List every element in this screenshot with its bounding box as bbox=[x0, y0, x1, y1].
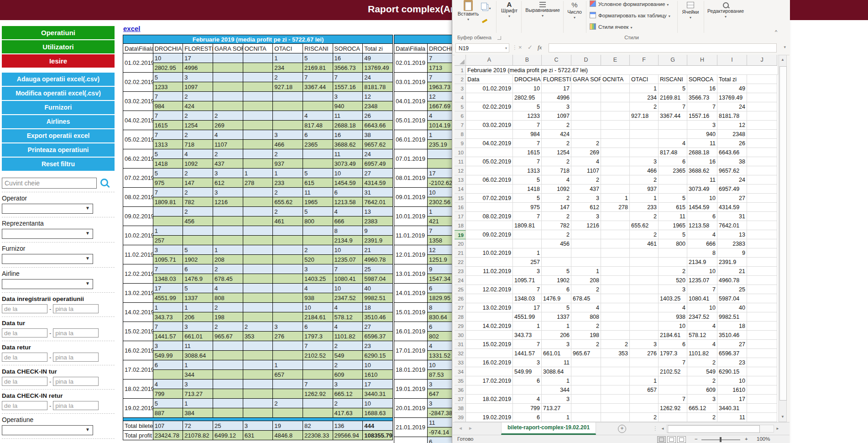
alignment-group-button[interactable]: Выравнивание ▾ bbox=[523, 1, 562, 18]
excel-cell[interactable]: 27 bbox=[717, 340, 747, 349]
excel-cell[interactable]: 16.02.2019 bbox=[466, 358, 513, 367]
excel-cell[interactable] bbox=[601, 312, 630, 322]
excel-cell[interactable]: 208 bbox=[571, 276, 601, 285]
excel-cell[interactable] bbox=[659, 121, 687, 130]
date-to-input[interactable] bbox=[53, 304, 99, 313]
excel-cell[interactable]: 7 bbox=[687, 285, 717, 294]
excel-cell[interactable]: 5 bbox=[513, 175, 542, 185]
excel-cell[interactable]: 808 bbox=[571, 312, 601, 322]
reset-filtru-button[interactable]: Reset filtru bbox=[2, 158, 115, 171]
editing-group-button[interactable]: Редактирование ▾ bbox=[705, 1, 747, 19]
excel-cell[interactable]: 6290.15 bbox=[717, 367, 747, 376]
excel-cell[interactable]: RISCANI bbox=[659, 75, 687, 84]
excel-cell[interactable]: 2 bbox=[630, 413, 659, 422]
excel-cell[interactable]: 2 bbox=[571, 340, 601, 349]
excel-row-header[interactable]: 16 bbox=[455, 203, 466, 212]
excel-cell[interactable]: 661.01 bbox=[542, 349, 571, 358]
excel-cell[interactable]: 1233 bbox=[513, 111, 542, 121]
excel-cell[interactable]: 16 bbox=[687, 157, 717, 166]
excel-cell[interactable]: 9982.51 bbox=[717, 312, 747, 322]
excel-row-header[interactable]: 4 bbox=[455, 93, 466, 102]
excel-cell[interactable]: 8 bbox=[687, 248, 717, 258]
excel-cell[interactable]: 38 bbox=[717, 157, 747, 166]
airline-select[interactable]: ▼ bbox=[2, 279, 93, 289]
excel-cell[interactable] bbox=[747, 276, 777, 285]
excel-row-header[interactable]: 27 bbox=[455, 303, 466, 312]
excel-cell[interactable]: 2 bbox=[571, 322, 601, 331]
excel-cell[interactable]: 18 bbox=[717, 322, 747, 331]
excel-cell[interactable]: 19.02.2019 bbox=[466, 413, 513, 422]
excel-column-header[interactable]: F bbox=[630, 55, 659, 66]
excel-cell[interactable] bbox=[630, 331, 659, 340]
excel-cell[interactable]: 799 bbox=[513, 404, 542, 413]
excel-cell[interactable] bbox=[601, 267, 630, 276]
excel-cell[interactable]: 2348 bbox=[717, 130, 747, 139]
excel-cell[interactable] bbox=[601, 175, 630, 185]
reprezentanta-select[interactable]: ▼ bbox=[2, 229, 93, 239]
collapse-ribbon-icon[interactable]: ^ bbox=[775, 29, 777, 35]
excel-cell[interactable]: 3 bbox=[571, 194, 601, 203]
excel-cell[interactable]: 1 bbox=[542, 376, 571, 385]
excel-cell[interactable] bbox=[601, 294, 630, 303]
new-sheet-button[interactable]: + bbox=[618, 425, 626, 433]
excel-cell[interactable]: 5 bbox=[513, 194, 542, 203]
excel-cell[interactable] bbox=[747, 194, 777, 203]
excel-cell[interactable] bbox=[747, 331, 777, 340]
excel-row-header[interactable]: 12 bbox=[455, 166, 466, 175]
sidebar-item-iesire[interactable]: Iesire bbox=[2, 54, 115, 68]
modifica-operatii-button[interactable]: Modifica operatii excel(.csv) bbox=[2, 87, 115, 100]
excel-cell[interactable]: 549 bbox=[687, 367, 717, 376]
excel-cell[interactable] bbox=[747, 258, 777, 267]
excel-cell[interactable] bbox=[747, 148, 777, 157]
excel-cell[interactable]: 01.02.2019 bbox=[466, 84, 513, 93]
excel-cell[interactable]: 3 bbox=[513, 358, 542, 367]
excel-cell[interactable]: 2 bbox=[601, 340, 630, 349]
excel-cell[interactable]: 4960.78 bbox=[717, 276, 747, 285]
excel-cell[interactable] bbox=[601, 239, 630, 248]
excel-cell[interactable]: 7 bbox=[513, 139, 542, 148]
excel-cell[interactable]: 2 bbox=[630, 175, 659, 185]
excel-cell[interactable]: 31 bbox=[717, 212, 747, 221]
excel-cell[interactable] bbox=[630, 130, 659, 139]
excel-cell[interactable]: 7 bbox=[513, 212, 542, 221]
excel-cell[interactable]: 4 bbox=[542, 175, 571, 185]
excel-cell[interactable]: 9 bbox=[717, 248, 747, 258]
excel-cell[interactable] bbox=[601, 367, 630, 376]
excel-cell[interactable] bbox=[466, 367, 513, 376]
excel-cell[interactable]: 1797.3 bbox=[659, 349, 687, 358]
adauga-operatii-button[interactable]: Adauga operatii excel(.csv) bbox=[2, 73, 115, 86]
excel-cell[interactable]: 655.62 bbox=[630, 221, 659, 230]
excel-cell[interactable]: 1092 bbox=[542, 185, 571, 194]
excel-cell[interactable]: 21 bbox=[717, 267, 747, 276]
excel-cell[interactable]: 1 bbox=[513, 322, 542, 331]
excel-cell[interactable] bbox=[571, 121, 601, 130]
excel-cell[interactable]: 8181.78 bbox=[717, 111, 747, 121]
page-layout-view-button[interactable] bbox=[667, 436, 676, 443]
excel-cell[interactable]: 549.99 bbox=[513, 367, 542, 376]
excel-cell[interactable]: 2802.95 bbox=[513, 93, 542, 102]
excel-cell[interactable]: 817.48 bbox=[659, 148, 687, 157]
dialog-launcher-icon[interactable] bbox=[497, 36, 501, 40]
excel-cell[interactable]: 984 bbox=[513, 130, 542, 139]
excel-cell[interactable]: 3688.62 bbox=[687, 166, 717, 175]
excel-cell[interactable]: 15.02.2019 bbox=[466, 340, 513, 349]
excel-cell[interactable] bbox=[571, 230, 601, 239]
excel-row-header[interactable]: 1 bbox=[455, 66, 466, 75]
excel-column-header[interactable]: J bbox=[747, 55, 777, 66]
excel-cell[interactable] bbox=[466, 404, 513, 413]
excel-cell[interactable]: 3367.44 bbox=[659, 111, 687, 121]
enter-icon[interactable]: ✓ bbox=[528, 44, 533, 51]
excel-cell[interactable]: 17 bbox=[717, 395, 747, 404]
excel-cell[interactable] bbox=[747, 121, 777, 130]
excel-cell[interactable] bbox=[630, 312, 659, 322]
excel-cell[interactable]: 11 bbox=[717, 413, 747, 422]
excel-cell[interactable] bbox=[747, 349, 777, 358]
excel-cell[interactable]: 4 bbox=[687, 340, 717, 349]
excel-cell[interactable]: 678.45 bbox=[571, 294, 601, 303]
excel-cell[interactable]: 2 bbox=[542, 139, 571, 148]
excel-cell[interactable]: 520 bbox=[659, 276, 687, 285]
excel-cell[interactable]: 07.02.2019 bbox=[466, 194, 513, 203]
excel-cell[interactable]: 2 bbox=[687, 358, 717, 367]
excel-cell[interactable] bbox=[630, 404, 659, 413]
format-painter-button[interactable] bbox=[482, 16, 487, 24]
